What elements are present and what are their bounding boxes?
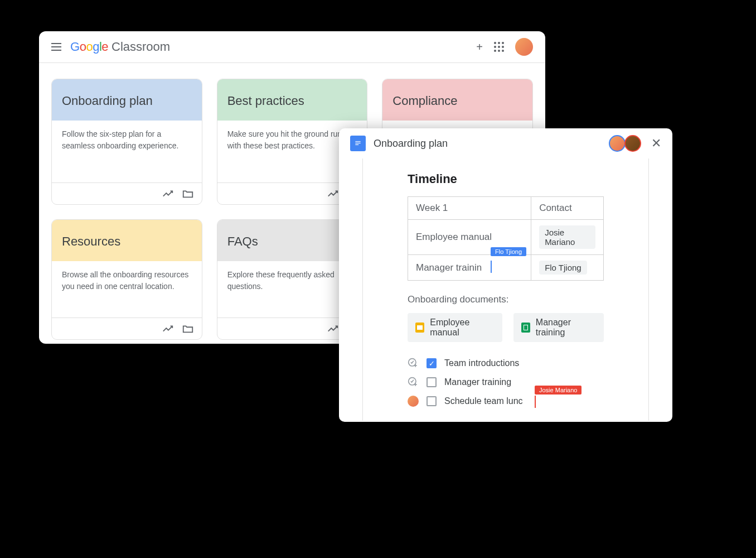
timeline-table: Week 1 Contact Employee manual Josie Mar… — [408, 196, 604, 281]
checklist-label: Manager training — [444, 377, 511, 387]
table-header-cell[interactable]: Week 1 — [408, 197, 531, 220]
card-header: Onboarding plan — [52, 79, 202, 121]
table-cell[interactable]: Manager trainin Flo Tjiong — [408, 255, 531, 281]
checkbox-unchecked[interactable] — [427, 396, 437, 406]
create-class-icon[interactable]: + — [476, 41, 483, 54]
app-logo[interactable]: Google Classroom — [70, 40, 170, 54]
linked-doc-sheets[interactable]: Manager training — [513, 313, 604, 342]
collaborator-cursor-label: Flo Tjiong — [491, 247, 526, 256]
table-cell[interactable]: Flo Tjiong — [531, 255, 604, 281]
app-name: Classroom — [112, 40, 170, 54]
checklist-item: Schedule team lunc Josie Mariano — [408, 396, 604, 407]
document-links: Employee manual Manager training — [408, 313, 604, 342]
analytics-icon[interactable] — [327, 323, 339, 335]
folder-icon[interactable] — [182, 187, 194, 200]
sheets-icon — [521, 323, 530, 333]
section-label: Onboarding documents: — [408, 294, 604, 305]
table-cell[interactable]: Josie Mariano — [531, 220, 604, 255]
collaborator-cursor — [535, 396, 536, 408]
analytics-icon[interactable] — [327, 187, 339, 200]
checklist-label: Schedule team lunc — [444, 396, 523, 406]
card-description: Browse all the onboarding resources you … — [52, 261, 202, 318]
folder-icon[interactable] — [182, 323, 194, 335]
google-apps-icon[interactable] — [494, 42, 504, 52]
card-title: FAQs — [227, 234, 357, 249]
card-header: Best practices — [217, 79, 367, 121]
card-footer — [52, 182, 202, 204]
card-title: Compliance — [392, 94, 522, 108]
table-row: Manager trainin Flo Tjiong Flo Tjiong — [408, 255, 604, 281]
table-row: Week 1 Contact — [408, 197, 604, 220]
contact-chip[interactable]: Josie Mariano — [539, 225, 595, 249]
analytics-icon[interactable] — [162, 187, 174, 200]
card-description: Follow the six-step plan for a seamless … — [52, 121, 202, 182]
checkbox-checked[interactable]: ✓ — [427, 358, 437, 368]
card-title: Best practices — [227, 94, 357, 108]
class-card-onboarding-plan[interactable]: Onboarding plan Follow the six-step plan… — [51, 79, 202, 205]
app-header: Google Classroom + — [39, 31, 545, 63]
collaborator-cursor — [491, 261, 492, 273]
user-avatar[interactable] — [515, 38, 533, 56]
checklist-label: Team introductions — [444, 358, 519, 368]
card-header: Compliance — [382, 79, 532, 121]
add-checklist-icon[interactable] — [408, 377, 419, 388]
google-logo: Google — [70, 40, 108, 54]
docs-title: Onboarding plan — [374, 138, 448, 150]
contact-chip[interactable]: Flo Tjiong — [539, 261, 587, 275]
table-header-cell[interactable]: Contact — [531, 197, 604, 220]
docs-popup-window: Onboarding plan ✕ Timeline Week 1 Contac… — [339, 128, 672, 422]
card-header: Resources — [52, 220, 202, 261]
docs-header: Onboarding plan ✕ — [339, 128, 672, 158]
collaborator-cursor-label: Josie Mariano — [535, 386, 581, 395]
slides-icon — [415, 323, 424, 333]
collaborator-avatar[interactable] — [609, 135, 626, 152]
docs-content[interactable]: Timeline Week 1 Contact Employee manual … — [408, 158, 604, 407]
card-title: Resources — [62, 234, 192, 249]
card-title: Onboarding plan — [62, 94, 192, 108]
link-label: Employee manual — [430, 318, 494, 338]
author-avatar — [408, 396, 419, 407]
card-footer — [52, 318, 202, 339]
docs-body: Timeline Week 1 Contact Employee manual … — [362, 158, 649, 421]
menu-icon[interactable] — [51, 43, 61, 51]
checklist-item: ✓ Team introductions — [408, 358, 604, 369]
add-checklist-icon[interactable] — [408, 358, 419, 369]
linked-doc-slides[interactable]: Employee manual — [408, 313, 502, 342]
doc-heading: Timeline — [408, 172, 604, 186]
link-label: Manager training — [536, 318, 596, 338]
close-icon[interactable]: ✕ — [651, 136, 661, 151]
analytics-icon[interactable] — [162, 323, 174, 335]
collaborator-avatar[interactable] — [624, 135, 641, 152]
checkbox-unchecked[interactable] — [427, 377, 437, 387]
checklist: ✓ Team introductions Manager training Sc… — [408, 358, 604, 407]
class-card-resources[interactable]: Resources Browse all the onboarding reso… — [51, 219, 202, 340]
google-docs-icon — [350, 136, 366, 151]
